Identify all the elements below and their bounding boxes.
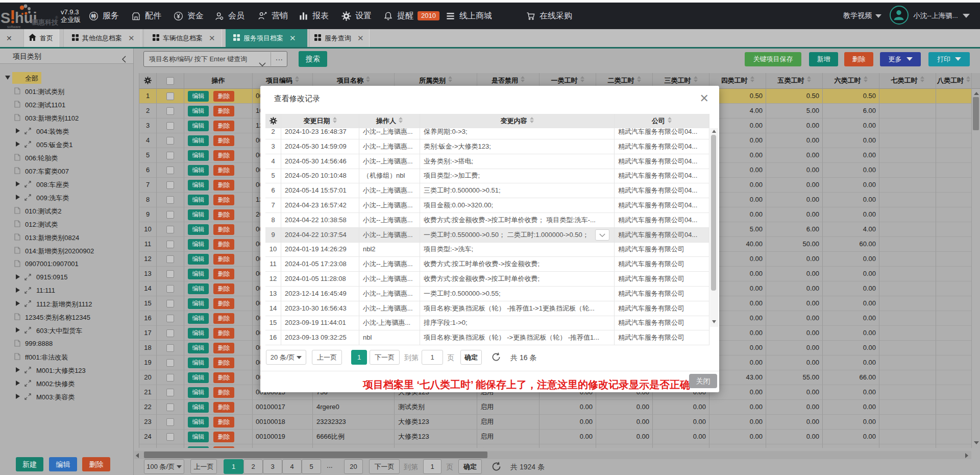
- svg-text:驷惠科技: 驷惠科技: [31, 18, 59, 26]
- svg-text:S: S: [1, 10, 10, 26]
- svg-text:®: ®: [55, 15, 58, 20]
- svg-text:software: software: [7, 25, 21, 29]
- svg-text:特: 特: [91, 13, 96, 19]
